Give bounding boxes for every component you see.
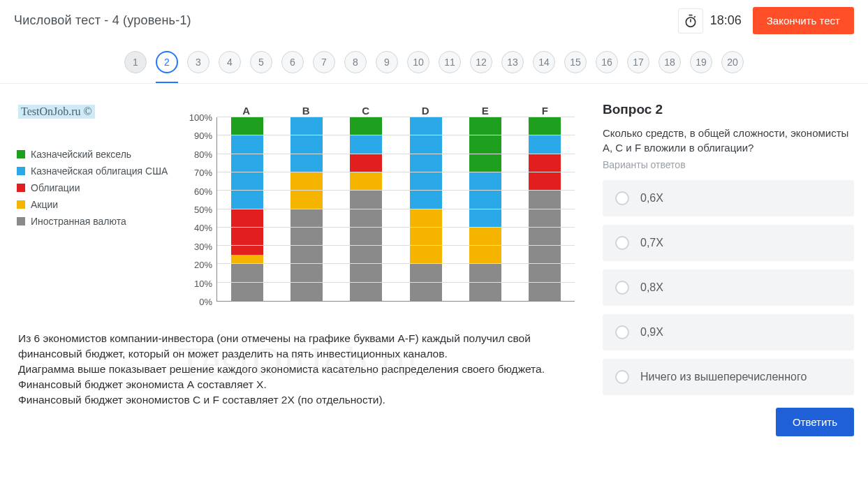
segment bbox=[231, 264, 263, 301]
answer-button[interactable]: Ответить bbox=[776, 408, 854, 436]
legend-label: Акции bbox=[31, 199, 58, 210]
legend-row: Облигации bbox=[17, 182, 182, 193]
option-1[interactable]: 0,7X bbox=[603, 225, 854, 261]
segment bbox=[529, 117, 561, 135]
segment bbox=[529, 135, 561, 154]
timer: 18:06 bbox=[678, 8, 742, 34]
radio-icon bbox=[615, 236, 629, 250]
plot bbox=[216, 117, 575, 302]
category-label-B: B bbox=[277, 105, 337, 117]
bar-slot-B bbox=[277, 117, 336, 301]
qnav-item-18[interactable]: 18 bbox=[659, 51, 681, 73]
radio-icon bbox=[615, 191, 629, 205]
option-label: 0,9X bbox=[640, 326, 663, 339]
question-panel: Вопрос 2 Сколько средств, в общей сложно… bbox=[603, 102, 854, 436]
segment bbox=[290, 209, 323, 302]
desc-p1: Из 6 экономистов компании-инвестора (они… bbox=[18, 331, 578, 362]
segment bbox=[350, 172, 382, 191]
y-tick: 10% bbox=[194, 278, 212, 288]
option-2[interactable]: 0,8X bbox=[603, 269, 854, 306]
bar-A bbox=[231, 117, 263, 301]
bar-F bbox=[529, 117, 561, 301]
segment bbox=[350, 135, 382, 154]
qnav-item-12[interactable]: 12 bbox=[470, 51, 492, 73]
bar-slot-C bbox=[337, 117, 396, 301]
bar-slot-F bbox=[515, 117, 575, 301]
chart-area: Казначейский вексельКазначейская облигац… bbox=[14, 102, 582, 314]
y-tick: 100% bbox=[189, 112, 212, 123]
qnav-item-8[interactable]: 8 bbox=[344, 51, 367, 73]
qnav-item-7[interactable]: 7 bbox=[313, 51, 335, 73]
qnav-item-1[interactable]: 1 bbox=[124, 51, 147, 73]
header: Числовой тест - 4 (уровень-1) 18:06 Зако… bbox=[0, 0, 868, 38]
y-tick: 90% bbox=[194, 131, 212, 141]
qnav-item-15[interactable]: 15 bbox=[564, 51, 587, 73]
grid-line bbox=[217, 245, 575, 246]
radio-icon bbox=[615, 370, 629, 384]
qnav-item-20[interactable]: 20 bbox=[721, 51, 744, 73]
segment bbox=[231, 135, 263, 209]
question-nav: 1234567891011121314151617181920 bbox=[0, 38, 868, 84]
grid-line bbox=[217, 135, 575, 135]
y-tick: 40% bbox=[194, 223, 212, 233]
legend-row: Иностранная валюта bbox=[17, 216, 182, 227]
question-hint: Варианты ответов bbox=[603, 159, 854, 170]
legend-swatch bbox=[17, 150, 25, 158]
segment bbox=[469, 117, 501, 172]
end-test-button[interactable]: Закончить тест bbox=[753, 7, 854, 34]
bar-slot-D bbox=[396, 117, 455, 301]
legend: Казначейский вексельКазначейская облигац… bbox=[14, 105, 182, 314]
qnav-item-4[interactable]: 4 bbox=[219, 51, 241, 73]
bar-D bbox=[410, 117, 442, 301]
legend-label: Казначейская облигация США bbox=[31, 165, 168, 177]
qnav-item-10[interactable]: 10 bbox=[407, 51, 429, 73]
option-3[interactable]: 0,9X bbox=[603, 314, 854, 350]
option-0[interactable]: 0,6X bbox=[603, 180, 854, 216]
grid-line bbox=[217, 227, 575, 228]
timer-value: 18:06 bbox=[710, 13, 742, 28]
bar-E bbox=[469, 117, 501, 301]
segment bbox=[469, 228, 501, 265]
y-axis: 0%10%20%30%40%50%60%70%80%90%100% bbox=[182, 117, 215, 302]
segment bbox=[290, 117, 323, 172]
qnav-item-9[interactable]: 9 bbox=[376, 51, 398, 73]
grid-line bbox=[217, 263, 575, 264]
category-label-F: F bbox=[515, 105, 575, 117]
option-label: Ничего из вышеперечисленного bbox=[640, 371, 807, 383]
legend-row: Казначейский вексель bbox=[17, 149, 182, 160]
plot-wrap: ABCDEF 0%10%20%30%40%50%60%70%80%90%100% bbox=[182, 105, 582, 314]
answer-row: Ответить bbox=[603, 408, 854, 436]
question-title: Вопрос 2 bbox=[603, 102, 854, 117]
legend-row: Акции bbox=[17, 199, 182, 210]
segment bbox=[469, 264, 501, 301]
qnav-item-11[interactable]: 11 bbox=[439, 51, 461, 73]
grid-line bbox=[217, 209, 575, 209]
qnav-item-6[interactable]: 6 bbox=[281, 51, 304, 73]
page-title: Числовой тест - 4 (уровень-1) bbox=[14, 13, 191, 28]
option-label: 0,7X bbox=[640, 237, 663, 249]
option-4[interactable]: Ничего из вышеперечисленного bbox=[603, 359, 854, 395]
question-text: Сколько средств, в общей сложности, экон… bbox=[603, 126, 854, 155]
bar-slot-E bbox=[455, 117, 515, 301]
legend-label: Облигации bbox=[31, 182, 80, 193]
qnav-item-19[interactable]: 19 bbox=[690, 51, 712, 73]
qnav-item-17[interactable]: 17 bbox=[627, 51, 649, 73]
watermark-small: TestOnJob.ru © bbox=[18, 105, 95, 119]
segment bbox=[410, 117, 442, 209]
category-label-D: D bbox=[396, 105, 456, 117]
qnav-item-14[interactable]: 14 bbox=[533, 51, 555, 73]
qnav-item-16[interactable]: 16 bbox=[596, 51, 618, 73]
qnav-item-13[interactable]: 13 bbox=[501, 51, 524, 73]
segment bbox=[231, 117, 263, 135]
content-panel: TestOnJob.ru © Казначейский вексельКазна… bbox=[14, 102, 582, 410]
y-tick: 30% bbox=[194, 241, 212, 251]
legend-label: Иностранная валюта bbox=[31, 216, 126, 227]
qnav-item-3[interactable]: 3 bbox=[187, 51, 209, 73]
grid-line bbox=[217, 190, 575, 191]
qnav-item-2[interactable]: 2 bbox=[156, 51, 178, 73]
grid-line bbox=[217, 117, 575, 117]
radio-icon bbox=[615, 325, 629, 339]
desc-p3: Финансовый бюджет экономиста А составляе… bbox=[18, 377, 578, 392]
stopwatch-icon bbox=[678, 8, 703, 34]
qnav-item-5[interactable]: 5 bbox=[250, 51, 272, 73]
